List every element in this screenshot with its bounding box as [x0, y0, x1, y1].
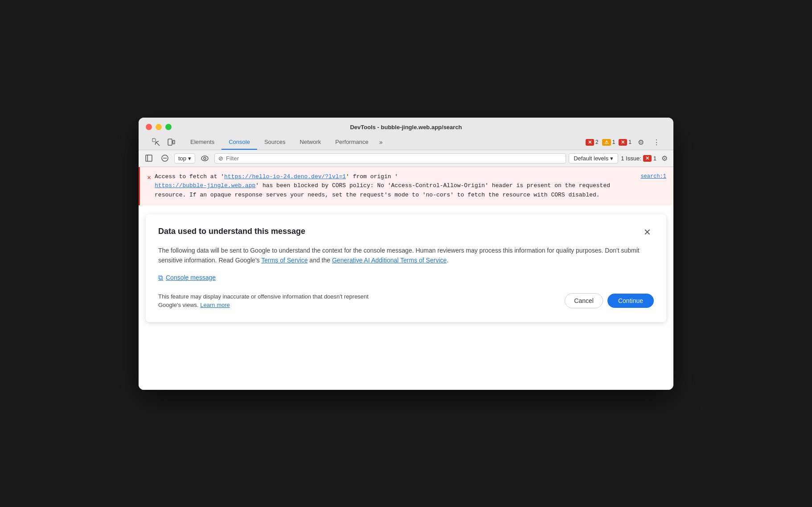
tab-elements[interactable]: Elements — [183, 135, 221, 150]
eye-button[interactable] — [198, 153, 212, 164]
dialog-footer: This feature may display inaccurate or o… — [158, 292, 654, 310]
console-message-link-label: Console message — [166, 274, 216, 281]
window-buttons — [146, 124, 172, 130]
console-settings-button[interactable]: ⚙ — [659, 152, 670, 165]
svg-rect-0 — [152, 139, 156, 142]
learn-more-link[interactable]: Learn more — [200, 302, 230, 308]
warning-count: 1 — [612, 139, 615, 145]
issue-label: 1 Issue: — [621, 155, 641, 162]
filter-bar[interactable]: ⊘ — [214, 153, 566, 164]
tab-performance[interactable]: Performance — [328, 135, 375, 150]
error-text-before: Access to fetch at ' — [155, 173, 224, 180]
top-label: top — [178, 155, 186, 162]
dialog-body: The following data will be sent to Googl… — [158, 245, 654, 266]
default-levels-label: Default levels — [574, 155, 608, 162]
error-text-middle: ' from origin ' — [346, 173, 398, 180]
window-title: DevTools - bubble-jingle.web.app/search — [350, 124, 462, 131]
titlebar: DevTools - bubble-jingle.web.app/search — [139, 118, 673, 150]
disclaimer-text: This feature may display inaccurate or o… — [158, 293, 369, 309]
issue-badge-count: 1 — [653, 155, 656, 162]
info-count: 1 — [628, 139, 632, 145]
understand-message-dialog: Data used to understand this message ✕ T… — [146, 214, 666, 322]
filter-input[interactable] — [226, 155, 562, 162]
default-levels-dropdown-icon: ▾ — [610, 155, 613, 162]
svg-point-7 — [201, 156, 208, 161]
tab-bar: Elements Console Sources Network Perform… — [146, 135, 666, 150]
source-link[interactable]: search:1 — [640, 172, 666, 200]
tab-network[interactable]: Network — [293, 135, 328, 150]
info-badge-group: ✕ 1 — [619, 139, 632, 146]
warning-badge: ⚠ — [602, 139, 611, 146]
minimize-button[interactable] — [156, 124, 162, 130]
dialog-body-end: . — [447, 257, 448, 264]
issue-count-badge: 1 Issue: ✕ 1 — [621, 155, 656, 162]
fetch-url-link[interactable]: https://hello-io-24.deno.dev/?lvl=1 — [224, 173, 346, 180]
clear-console-button[interactable] — [158, 152, 172, 164]
sidebar-toggle-button[interactable] — [142, 152, 156, 164]
dialog-header: Data used to understand this message ✕ — [158, 227, 654, 237]
external-link-icon: ⧉ — [158, 274, 163, 282]
dialog-close-button[interactable]: ✕ — [641, 227, 654, 237]
error-badge-group: ✕ 2 — [586, 139, 599, 146]
settings-button[interactable]: ⚙ — [635, 135, 647, 149]
error-icon: ✕ — [147, 173, 151, 200]
dialog-title: Data used to understand this message — [158, 227, 305, 236]
error-text: Access to fetch at 'https://hello-io-24.… — [155, 172, 637, 200]
devtools-window: DevTools - bubble-jingle.web.app/search — [139, 118, 673, 390]
tab-icon-group — [149, 135, 178, 149]
console-content: ✕ Access to fetch at 'https://hello-io-2… — [139, 167, 673, 390]
cors-error-message: ✕ Access to fetch at 'https://hello-io-2… — [139, 167, 673, 205]
close-button[interactable] — [146, 124, 152, 130]
error-count: 2 — [595, 139, 599, 145]
ai-terms-link[interactable]: Generative AI Additional Terms of Servic… — [332, 257, 447, 264]
svg-rect-3 — [146, 155, 152, 161]
info-badge: ✕ — [619, 139, 627, 146]
console-message-link[interactable]: ⧉ Console message — [158, 274, 654, 282]
continue-button[interactable]: Continue — [607, 294, 654, 308]
console-toolbar: top ▾ ⊘ Default levels ▾ 1 Issue: ✕ 1 ⚙ — [139, 150, 673, 167]
warning-badge-group: ⚠ 1 — [602, 139, 615, 146]
default-levels-selector[interactable]: Default levels ▾ — [569, 153, 618, 164]
inspect-element-button[interactable] — [149, 135, 163, 149]
tab-sources[interactable]: Sources — [257, 135, 293, 150]
device-toolbar-button[interactable] — [164, 135, 178, 149]
tab-badges: ✕ 2 ⚠ 1 ✕ 1 ⚙ ⋮ — [586, 135, 663, 149]
origin-url-link[interactable]: https://bubble-jingle.web.app — [155, 182, 255, 189]
terms-of-service-link[interactable]: Terms of Service — [261, 257, 308, 264]
tab-console[interactable]: Console — [221, 135, 257, 150]
svg-rect-2 — [173, 140, 175, 144]
dialog-disclaimer: This feature may display inaccurate or o… — [158, 292, 372, 310]
cancel-button[interactable]: Cancel — [565, 293, 603, 308]
svg-rect-1 — [168, 139, 172, 145]
dialog-body-and: and the — [308, 257, 332, 264]
issue-badge-icon: ✕ — [643, 155, 652, 162]
svg-point-8 — [204, 157, 206, 159]
maximize-button[interactable] — [165, 124, 172, 130]
tab-overflow-button[interactable]: » — [376, 136, 386, 148]
dialog-actions: Cancel Continue — [565, 293, 654, 308]
error-badge: ✕ — [586, 139, 594, 146]
filter-icon: ⊘ — [218, 155, 223, 162]
top-selector[interactable]: top ▾ — [174, 153, 195, 164]
more-options-button[interactable]: ⋮ — [650, 135, 663, 149]
top-dropdown-icon: ▾ — [188, 155, 191, 162]
